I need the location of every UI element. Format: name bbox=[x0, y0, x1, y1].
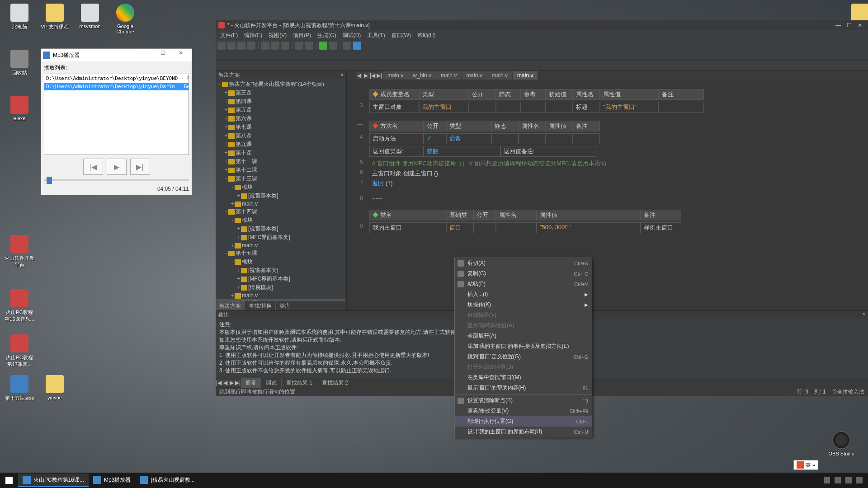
tab-nav-last[interactable]: ▶| bbox=[376, 72, 382, 79]
editor-tab[interactable]: w_bin.v bbox=[408, 71, 436, 80]
editor-tab[interactable]: main.v bbox=[462, 71, 486, 80]
taskbar-item[interactable]: 火山PC教程第16课... bbox=[18, 474, 89, 487]
out-nav[interactable]: ▶| bbox=[235, 380, 241, 386]
tree-item[interactable]: +第十一课 bbox=[217, 157, 345, 166]
menu-item[interactable]: 工具(T) bbox=[364, 31, 387, 40]
tab-class-library[interactable]: 类库 bbox=[276, 301, 294, 310]
tree-item[interactable]: +第八课 bbox=[217, 131, 345, 140]
context-menu-item[interactable]: 块操作(K)▶ bbox=[455, 300, 592, 310]
context-menu-item[interactable]: 插入...(I)▶ bbox=[455, 289, 592, 300]
context-menu-item[interactable]: 设计'我的主窗口'的界面布局(U)Ctrl+U bbox=[455, 427, 592, 437]
menu-item[interactable]: 帮助(H) bbox=[415, 31, 439, 40]
tree-item[interactable]: +第六课 bbox=[217, 114, 345, 123]
minimize-button[interactable]: — bbox=[136, 50, 154, 61]
menu-item[interactable]: 视图(V) bbox=[266, 31, 289, 40]
undo-icon[interactable] bbox=[295, 42, 303, 50]
progress-slider[interactable] bbox=[44, 179, 189, 181]
tab-find-replace[interactable]: 查找/替换 bbox=[245, 301, 276, 310]
playlist-item[interactable]: D:\Users\Administrator\Desktop\yinyue\BE… bbox=[44, 74, 189, 83]
output-tab-find1[interactable]: 查找结果 1 bbox=[282, 378, 317, 388]
menu-item[interactable]: 生成(G) bbox=[315, 31, 339, 40]
build-icon[interactable] bbox=[329, 42, 337, 50]
next-button[interactable]: ▶| bbox=[130, 159, 150, 175]
tree-item[interactable]: +第三课 bbox=[217, 89, 345, 97]
tree-item[interactable]: -第十四课 bbox=[217, 207, 345, 216]
desktop-icon[interactable]: msvsmon bbox=[74, 4, 106, 29]
close-button[interactable]: ✕ bbox=[172, 50, 190, 61]
tray-icon[interactable] bbox=[824, 477, 830, 483]
tab-nav-first[interactable]: |◀ bbox=[369, 72, 376, 79]
context-menu-item[interactable]: 显示'窗口'的帮助内容(H)F1 bbox=[455, 383, 592, 393]
editor-tab[interactable]: main.v bbox=[487, 71, 512, 80]
desktop-icon[interactable]: 回收站 bbox=[4, 50, 35, 76]
context-menu-item[interactable]: 跳到'窗口'定义位置(G)Ctrl+G bbox=[455, 352, 592, 362]
out-nav[interactable]: |◀ bbox=[216, 380, 222, 386]
tree-item[interactable]: +[MFC界面基本类] bbox=[217, 233, 345, 242]
maximize-button[interactable]: ☐ bbox=[154, 50, 172, 61]
redo-icon[interactable] bbox=[305, 42, 313, 50]
tray-ime-icon[interactable] bbox=[856, 477, 863, 483]
help-icon[interactable] bbox=[353, 42, 361, 50]
output-tab-normal[interactable]: 通常 bbox=[241, 378, 261, 388]
copy-icon[interactable] bbox=[271, 42, 279, 50]
editor-tab[interactable]: main.v bbox=[513, 71, 538, 80]
menu-item[interactable]: 项目(P) bbox=[290, 31, 314, 40]
tree-item[interactable]: +[视窗基本类] bbox=[217, 225, 345, 233]
menu-item[interactable]: 文件(F) bbox=[217, 31, 241, 40]
run-icon[interactable] bbox=[319, 42, 327, 50]
tree-item[interactable]: +第七课 bbox=[217, 123, 345, 131]
tray-network-icon[interactable] bbox=[835, 477, 841, 483]
start-button[interactable] bbox=[0, 473, 18, 488]
output-tab-debug[interactable]: 调试 bbox=[261, 378, 282, 388]
menu-item[interactable]: 调试(D) bbox=[340, 31, 364, 40]
taskbar-item[interactable]: Mp3播放器 bbox=[89, 474, 135, 487]
tree-item[interactable]: +[视窗基本类] bbox=[217, 192, 345, 200]
tray-volume-icon[interactable] bbox=[845, 477, 852, 483]
tree-close-icon[interactable]: × bbox=[340, 72, 344, 78]
out-nav[interactable]: ▶ bbox=[228, 380, 235, 386]
tree-item[interactable]: +第九课 bbox=[217, 140, 345, 149]
tab-solution[interactable]: 解决方案 bbox=[216, 301, 245, 310]
tree-item[interactable]: +main.v bbox=[217, 242, 345, 249]
desktop-icon[interactable]: Google Chrome bbox=[109, 4, 141, 34]
editor-tab[interactable]: main.v bbox=[436, 71, 461, 80]
save-icon[interactable] bbox=[237, 42, 245, 50]
solution-root[interactable]: -解决方案"猜易火山视窗教程"(14个项目) bbox=[217, 80, 345, 89]
context-menu-item[interactable]: 全部展开(A) bbox=[455, 331, 592, 341]
play-button[interactable]: ▶ bbox=[107, 159, 127, 175]
taskbar-item[interactable]: [猜易火山视窗教... bbox=[135, 474, 199, 487]
desktop-icon[interactable]: VIP支持课程 bbox=[39, 4, 71, 30]
paste-icon[interactable] bbox=[281, 42, 289, 50]
tree-item[interactable]: +第四课 bbox=[217, 97, 345, 106]
context-menu-item[interactable]: 剪切(X)Ctrl+X bbox=[455, 258, 592, 268]
context-menu-item[interactable]: 设置或清除断点(B)F9 bbox=[455, 395, 592, 406]
ide-maximize[interactable]: ☐ bbox=[844, 22, 854, 28]
tree-content[interactable]: -解决方案"猜易火山视窗教程"(14个项目) +第三课+第四课+第五课+第六课+… bbox=[216, 79, 346, 301]
ime-indicator[interactable]: 英 » bbox=[793, 460, 818, 470]
out-nav[interactable]: ◀ bbox=[222, 380, 228, 386]
obs-studio-shortcut[interactable]: OBS Studio bbox=[829, 431, 854, 456]
desktop-icon[interactable]: 火山PC教程第17课音... bbox=[4, 334, 35, 368]
context-menu-item[interactable]: 粘贴(P)Ctrl+V bbox=[455, 279, 592, 289]
tab-nav-right[interactable]: ▶ bbox=[363, 72, 369, 79]
tree-item[interactable]: +[猜易模块] bbox=[217, 283, 345, 292]
tree-item[interactable]: +[视窗基本类] bbox=[217, 266, 345, 275]
slider-thumb[interactable] bbox=[47, 177, 52, 184]
cut-icon[interactable] bbox=[261, 42, 269, 50]
tree-item[interactable]: +main.v bbox=[217, 292, 345, 299]
tree-item[interactable]: +main.v bbox=[217, 200, 345, 207]
ide-titlebar[interactable]: * - 火山软件开发平台 - [猜易火山视窗教程/第十六课/main.v] — … bbox=[216, 20, 868, 30]
tool-icon[interactable] bbox=[343, 42, 351, 50]
context-menu-item[interactable]: 在类库中查找'窗口'(M) bbox=[455, 372, 592, 383]
tree-item[interactable]: -模块 bbox=[217, 258, 345, 266]
tree-item[interactable]: +第十二课 bbox=[217, 166, 345, 174]
desktop-icon[interactable]: yinyue bbox=[39, 375, 71, 400]
desktop-icon[interactable]: 火山PC教程第16课音乐... bbox=[4, 289, 35, 323]
tab-nav-left[interactable]: ◀ bbox=[356, 72, 362, 79]
playlist-item-selected[interactable]: D:\Users\Administrator\Desktop\yinyue\Da… bbox=[44, 83, 189, 90]
tree-item[interactable]: +第五课 bbox=[217, 106, 345, 114]
context-menu-item[interactable]: 到现行执行位置(G)Ctrl+. bbox=[455, 416, 592, 427]
tree-item[interactable]: +[MFC界面基本类] bbox=[217, 275, 345, 283]
context-menu-item[interactable]: 添加'我的主窗口'的事件接收及虚拟方法(E) bbox=[455, 341, 592, 352]
prev-button[interactable]: |◀ bbox=[83, 159, 103, 175]
